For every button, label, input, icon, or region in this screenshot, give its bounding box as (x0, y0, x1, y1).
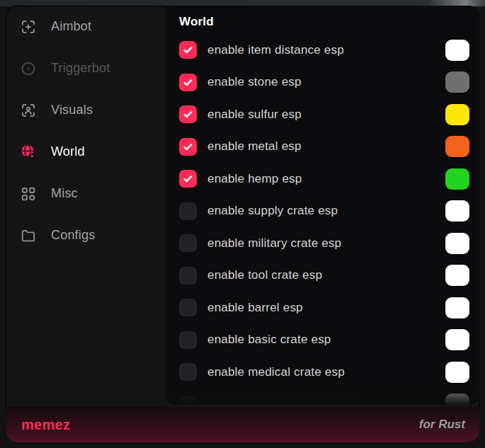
esp-setting-row: enable military crate esp (165, 227, 479, 260)
configs-folder-icon (20, 227, 37, 244)
esp-setting-row (165, 389, 479, 406)
esp-checkbox[interactable] (179, 331, 197, 349)
sidebar-nav: Aimbot Triggerbot Visuals World Misc Con… (6, 6, 165, 407)
settings-rows: enable item distance esp enable stone es… (165, 34, 479, 405)
esp-checkbox[interactable] (179, 138, 197, 156)
world-settings-panel: World enable item distance esp enable st… (165, 6, 479, 405)
esp-color-swatch[interactable] (445, 200, 469, 222)
sidebar-item-visuals[interactable]: Visuals (6, 89, 165, 131)
esp-checkbox[interactable] (179, 234, 197, 252)
esp-setting-row: enable stone esp (165, 67, 479, 99)
esp-checkbox[interactable] (179, 299, 197, 316)
checkmark-icon (182, 173, 194, 185)
sidebar-item-world[interactable]: World (6, 131, 165, 173)
checkmark-icon (182, 44, 194, 56)
sidebar-item-label: Aimbot (51, 19, 91, 34)
esp-color-swatch[interactable] (445, 233, 469, 254)
esp-checkbox[interactable] (179, 202, 197, 220)
world-globe-icon (20, 144, 37, 161)
esp-checkbox[interactable] (179, 267, 197, 285)
esp-setting-label: enable item distance esp (207, 43, 445, 57)
esp-color-swatch[interactable] (445, 297, 469, 318)
esp-setting-row: enable basic crate esp (165, 324, 479, 357)
aimbot-crosshair-icon (20, 18, 37, 35)
esp-setting-row: enable tool crate esp (165, 260, 479, 292)
sidebar-item-label: Configs (51, 228, 95, 243)
esp-setting-label: enable barrel esp (207, 301, 445, 315)
esp-color-swatch[interactable] (445, 71, 469, 93)
esp-color-swatch[interactable] (445, 104, 469, 125)
esp-checkbox[interactable] (179, 363, 197, 381)
esp-setting-label: enable sulfur esp (207, 108, 445, 122)
esp-setting-label: enable tool crate esp (207, 268, 445, 282)
esp-color-swatch[interactable] (445, 265, 469, 286)
footer-bar: memez for Rust (6, 407, 479, 442)
esp-checkbox[interactable] (179, 170, 197, 188)
esp-checkbox[interactable] (179, 41, 197, 59)
checkmark-icon (182, 141, 194, 153)
sidebar-item-label: Triggerbot (51, 61, 110, 76)
esp-checkbox[interactable] (179, 74, 197, 91)
esp-color-swatch[interactable] (445, 168, 469, 190)
esp-setting-row: enable supply crate esp (165, 195, 479, 228)
checkmark-icon (182, 108, 194, 120)
esp-color-swatch[interactable] (445, 329, 469, 350)
esp-color-swatch[interactable] (445, 136, 469, 157)
panel-title: World (179, 15, 479, 29)
triggerbot-circle-icon (20, 60, 37, 77)
esp-setting-label: enable metal esp (207, 139, 445, 154)
brand-name: memez (21, 417, 70, 433)
esp-checkbox[interactable] (179, 105, 197, 123)
esp-setting-label: enable military crate esp (207, 236, 445, 251)
esp-setting-row: enable sulfur esp (165, 98, 479, 131)
brand-tagline: for Rust (419, 418, 465, 432)
esp-color-swatch[interactable] (445, 394, 469, 405)
esp-checkbox[interactable] (179, 396, 197, 405)
esp-setting-row: enable medical crate esp (165, 356, 479, 389)
checkmark-icon (182, 76, 194, 88)
esp-setting-label: enable stone esp (207, 75, 445, 89)
esp-color-swatch[interactable] (445, 40, 469, 61)
esp-setting-label: enable medical crate esp (207, 365, 445, 379)
cheat-menu-window: Aimbot Triggerbot Visuals World Misc Con… (6, 6, 479, 442)
misc-shapes-icon (20, 185, 37, 202)
sidebar-item-triggerbot[interactable]: Triggerbot (6, 47, 165, 89)
esp-setting-row: enable metal esp (165, 131, 479, 163)
esp-setting-label: enable supply crate esp (207, 204, 445, 218)
esp-color-swatch[interactable] (445, 362, 469, 383)
sidebar-item-aimbot[interactable]: Aimbot (6, 6, 165, 47)
sidebar-item-label: World (51, 144, 85, 159)
esp-setting-row: enable item distance esp (165, 34, 479, 67)
visuals-person-scan-icon (20, 102, 37, 119)
esp-setting-row: enable hemp esp (165, 163, 479, 195)
esp-setting-label: enable hemp esp (207, 172, 445, 186)
sidebar-item-misc[interactable]: Misc (6, 173, 165, 214)
sidebar-item-label: Misc (51, 186, 78, 201)
sidebar-item-label: Visuals (51, 103, 93, 117)
esp-setting-label: enable basic crate esp (207, 333, 445, 347)
sidebar-item-configs[interactable]: Configs (6, 214, 165, 256)
esp-setting-row: enable barrel esp (165, 292, 479, 324)
screen: Aimbot Triggerbot Visuals World Misc Con… (0, 0, 485, 448)
